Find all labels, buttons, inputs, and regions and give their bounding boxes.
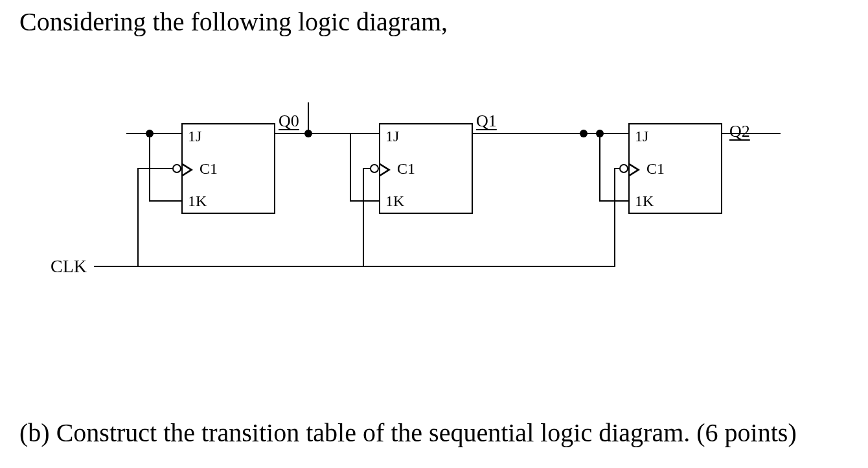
wire-q0-out [275, 133, 379, 134]
pin-j-label: 1J [385, 128, 399, 145]
q2-label: Q2 [729, 122, 750, 141]
wire-ff1-k-in [350, 200, 379, 202]
wire-q0-up [308, 102, 309, 133]
neg-edge-bubble-1 [370, 164, 379, 173]
question-text: (b) Construct the transition table of th… [19, 417, 797, 449]
flipflop-1: 1J C1 1K [379, 123, 473, 214]
neg-edge-bubble-2 [619, 164, 628, 173]
pin-c-label: C1 [646, 160, 665, 178]
q1-label: Q1 [476, 111, 497, 131]
heading-text: Considering the following logic diagram, [19, 6, 448, 38]
pin-c-label: C1 [200, 160, 218, 178]
wire-clk-tap-0 [137, 168, 139, 266]
wire-clk-bus [94, 266, 615, 267]
pin-j-label: 1J [635, 128, 648, 145]
q0-label: Q0 [279, 111, 299, 131]
wire-ff0-jk-tie [149, 133, 150, 202]
wire-ff0-k-in [149, 200, 181, 202]
logic-diagram: 1J C1 1K 1J C1 1K 1J C1 1K Q0 Q1 Q2 CLK [0, 97, 868, 292]
wire-q2-out [722, 133, 781, 134]
page: Considering the following logic diagram,… [0, 0, 868, 468]
wire-ff1-jk-tie [350, 133, 351, 202]
wire-ff2-k-in [599, 200, 628, 202]
wire-ff2-jk-tie [599, 133, 600, 202]
neg-edge-bubble-0 [172, 164, 181, 173]
clk-label: CLK [51, 256, 87, 277]
wire-ff0-j-in [126, 133, 181, 134]
flipflop-2: 1J C1 1K [628, 123, 722, 214]
pin-k-label: 1K [385, 193, 404, 210]
wire-top-stub [308, 102, 309, 104]
pin-c-label: C1 [397, 160, 415, 178]
pin-j-label: 1J [188, 128, 201, 145]
clock-triangle-icon [183, 163, 193, 176]
clock-triangle-icon [380, 163, 391, 176]
junction-q1 [580, 130, 588, 137]
pin-k-label: 1K [635, 193, 654, 210]
pin-k-label: 1K [188, 193, 207, 210]
wire-clk-to-ff1 [363, 168, 371, 169]
flipflop-0: 1J C1 1K [181, 123, 275, 214]
wire-clk-tap-1 [363, 168, 364, 266]
wire-clk-to-ff2 [614, 168, 621, 169]
wire-clk-to-ff0 [137, 168, 174, 169]
junction-ff0-jk [146, 130, 154, 137]
wire-q1-out [473, 133, 628, 134]
junction-ff2-jk [596, 130, 604, 137]
clock-triangle-icon [630, 163, 640, 176]
wire-clk-tap-2 [614, 168, 615, 266]
